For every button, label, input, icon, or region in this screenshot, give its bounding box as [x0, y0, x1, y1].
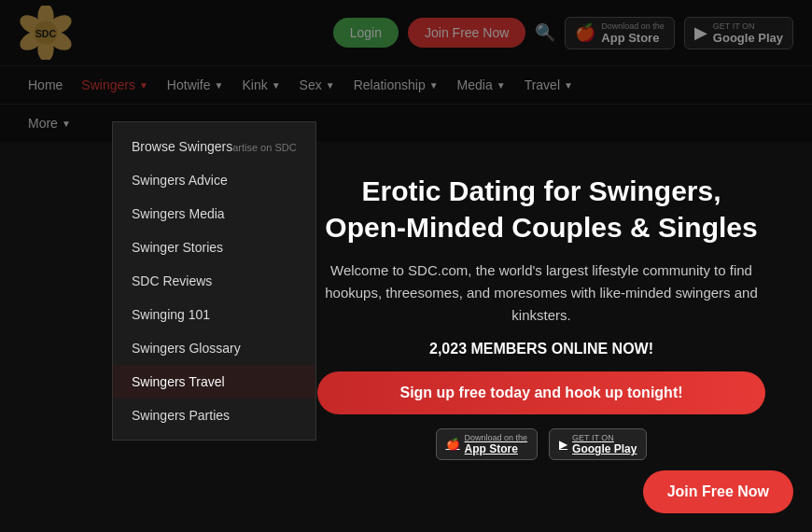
play-icon: ▶ [559, 438, 567, 451]
apple-icon: 🍎 [446, 438, 460, 451]
dropdown-swingers-glossary[interactable]: Swingers Glossary [113, 331, 315, 365]
main-subtitle: Welcome to SDC.com, the world's largest … [317, 259, 765, 327]
members-online: 2,023 MEMBERS ONLINE NOW! [317, 341, 765, 357]
cta-bar[interactable]: Sign up free today and hook up tonight! [317, 371, 765, 414]
dropdown-swingers-advice[interactable]: Swingers Advice [113, 163, 315, 197]
dropdown-swingers-travel[interactable]: Swingers Travel [113, 365, 315, 399]
googleplay-badge-cta[interactable]: ▶ GET IT ON Google Play [549, 428, 647, 460]
dropdown-sdc-reviews[interactable]: SDC Reviews [113, 264, 315, 298]
dropdown-swinging-101[interactable]: Swinging 101 [113, 298, 315, 331]
join-free-now-float-button[interactable]: Join Free Now [643, 470, 793, 513]
cta-store-badges: 🍎 Download on the App Store ▶ GET IT ON … [317, 428, 765, 460]
dropdown-browse-swingers[interactable]: Browse Swingersartise on SDC [113, 130, 315, 163]
dropdown-swingers-parties[interactable]: Swingers Parties [113, 399, 315, 432]
main-content: Erotic Dating for Swingers, Open-Minded … [280, 145, 803, 479]
appstore-badge-cta[interactable]: 🍎 Download on the App Store [436, 428, 539, 460]
dropdown-swinger-stories[interactable]: Swinger Stories [113, 231, 315, 264]
swingers-dropdown: Browse Swingersartise on SDC Swingers Ad… [112, 121, 316, 441]
main-title: Erotic Dating for Swingers, Open-Minded … [317, 173, 765, 245]
dropdown-swingers-media[interactable]: Swingers Media [113, 197, 315, 231]
